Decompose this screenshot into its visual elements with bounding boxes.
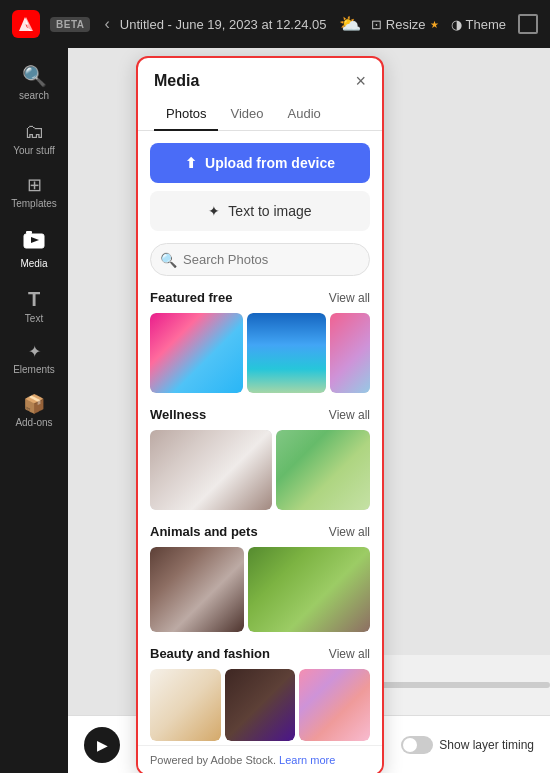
photo-item[interactable] [276, 430, 370, 510]
sidebar-item-media[interactable]: Media [0, 219, 68, 279]
photo-thumbnail [150, 547, 244, 632]
panel-header: Media × [138, 58, 382, 98]
tab-photos[interactable]: Photos [154, 98, 218, 131]
sidebar-label-add-ons: Add-ons [15, 417, 52, 428]
search-wrap: 🔍 [150, 243, 370, 276]
photo-item[interactable] [150, 547, 244, 632]
back-button[interactable]: ‹ [104, 15, 109, 33]
photo-thumbnail [150, 669, 221, 741]
theme-button[interactable]: ◑ Theme [451, 17, 506, 32]
sidebar-item-add-ons[interactable]: 📦 Add-ons [0, 385, 68, 438]
animals-section-header: Animals and pets View all [150, 524, 370, 539]
layer-timing-toggle-control[interactable] [401, 736, 433, 754]
resize-star-icon: ★ [430, 19, 439, 30]
elements-icon: ✦ [28, 344, 41, 360]
sidebar-label-your-stuff: Your stuff [13, 145, 55, 156]
photo-thumbnail [330, 313, 370, 393]
search-icon: 🔍 [22, 66, 47, 86]
media-panel: Media × Photos Video Audio ⬆ Upload from… [136, 56, 384, 773]
layer-timing-label: Show layer timing [439, 738, 534, 752]
photo-item[interactable] [150, 313, 243, 393]
featured-free-section-header: Featured free View all [150, 290, 370, 305]
sidebar-label-text: Text [25, 313, 43, 324]
tab-audio[interactable]: Audio [276, 98, 333, 131]
learn-more-link[interactable]: Learn more [279, 754, 335, 766]
search-icon: 🔍 [160, 252, 177, 268]
panel-content: ⬆ Upload from device ✦ Text to image 🔍 F… [138, 131, 382, 745]
photo-thumbnail [248, 547, 370, 632]
resize-button[interactable]: ⊡ Resize ★ [371, 17, 439, 32]
sidebar-item-templates[interactable]: ⊞ Templates [0, 166, 68, 219]
photo-thumbnail [247, 313, 327, 393]
panel-footer: Powered by Adobe Stock. Learn more [138, 745, 382, 773]
panel-title: Media [154, 72, 199, 90]
your-stuff-icon: 🗂 [24, 121, 44, 141]
animals-grid [150, 547, 370, 632]
play-button[interactable]: ▶ [84, 727, 120, 763]
panel-tabs: Photos Video Audio [138, 98, 382, 131]
photo-thumbnail [276, 430, 370, 510]
square-icon [518, 14, 538, 34]
photo-item[interactable] [247, 313, 327, 393]
featured-free-title: Featured free [150, 290, 232, 305]
main-area: 🔍 search 🗂 Your stuff ⊞ Templates Media … [0, 48, 550, 773]
featured-free-view-all[interactable]: View all [329, 291, 370, 305]
upload-label: Upload from device [205, 155, 335, 171]
close-button[interactable]: × [355, 72, 366, 90]
add-ons-icon: 📦 [23, 395, 45, 413]
beauty-title: Beauty and fashion [150, 646, 270, 661]
layer-timing-toggle: Show layer timing [401, 736, 534, 754]
sidebar-label-search: search [19, 90, 49, 101]
svg-rect-2 [26, 231, 32, 234]
document-title: Untitled - June 19, 2023 at 12.24.05 [120, 17, 329, 32]
wellness-grid [150, 430, 370, 510]
sidebar-label-elements: Elements [13, 364, 55, 375]
sidebar: 🔍 search 🗂 Your stuff ⊞ Templates Media … [0, 48, 68, 773]
resize-icon: ⊡ [371, 17, 382, 32]
beta-badge: BETA [50, 17, 90, 32]
text-icon: T [28, 289, 40, 309]
powered-by-text: Powered by Adobe Stock. [150, 754, 276, 766]
canvas-area: Media × Photos Video Audio ⬆ Upload from… [68, 48, 550, 773]
tab-video[interactable]: Video [218, 98, 275, 131]
wellness-view-all[interactable]: View all [329, 408, 370, 422]
adobe-logo [12, 10, 40, 38]
sidebar-item-text[interactable]: T Text [0, 279, 68, 334]
beauty-view-all[interactable]: View all [329, 647, 370, 661]
beauty-section-header: Beauty and fashion View all [150, 646, 370, 661]
wellness-section-header: Wellness View all [150, 407, 370, 422]
animals-view-all[interactable]: View all [329, 525, 370, 539]
topbar: BETA ‹ Untitled - June 19, 2023 at 12.24… [0, 0, 550, 48]
topbar-right: ⊡ Resize ★ ◑ Theme [371, 14, 538, 34]
photo-item[interactable] [150, 669, 221, 741]
tti-label: Text to image [228, 203, 311, 219]
upload-icon: ⬆ [185, 155, 197, 171]
search-input[interactable] [150, 243, 370, 276]
tti-icon: ✦ [208, 203, 220, 219]
photo-thumbnail [225, 669, 296, 741]
featured-free-grid [150, 313, 370, 393]
photo-item[interactable] [330, 313, 370, 393]
theme-label: Theme [466, 17, 506, 32]
animals-title: Animals and pets [150, 524, 258, 539]
photo-thumbnail [299, 669, 370, 741]
text-to-image-button[interactable]: ✦ Text to image [150, 191, 370, 231]
photo-item[interactable] [225, 669, 296, 741]
sidebar-item-elements[interactable]: ✦ Elements [0, 334, 68, 385]
resize-label: Resize [386, 17, 426, 32]
wellness-title: Wellness [150, 407, 206, 422]
sidebar-item-your-stuff[interactable]: 🗂 Your stuff [0, 111, 68, 166]
photo-item[interactable] [150, 430, 272, 510]
photo-item[interactable] [248, 547, 370, 632]
photo-item[interactable] [299, 669, 370, 741]
templates-icon: ⊞ [27, 176, 42, 194]
photo-thumbnail [150, 430, 272, 510]
theme-icon: ◑ [451, 17, 462, 32]
sidebar-label-templates: Templates [11, 198, 57, 209]
photo-thumbnail [150, 313, 243, 393]
upload-from-device-button[interactable]: ⬆ Upload from device [150, 143, 370, 183]
sidebar-item-search[interactable]: 🔍 search [0, 56, 68, 111]
cloud-icon: ⛅ [339, 13, 361, 35]
play-icon: ▶ [97, 737, 108, 753]
media-icon [23, 229, 45, 254]
